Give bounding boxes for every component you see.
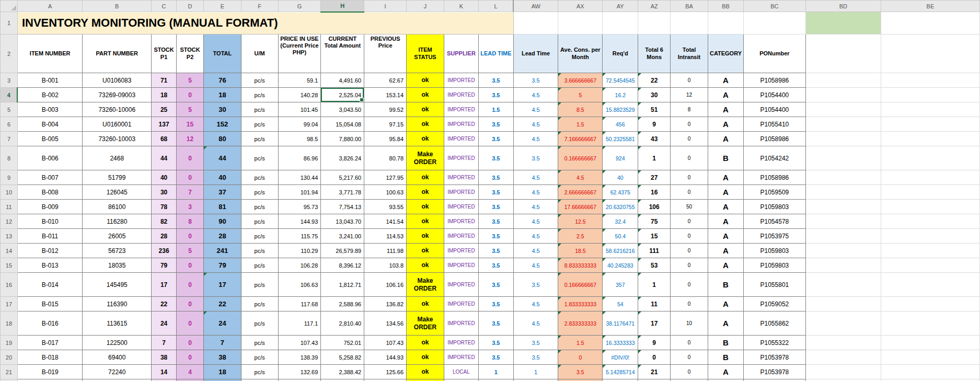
- cell-H10[interactable]: 3,771.78: [321, 185, 364, 200]
- cell-D15[interactable]: 0: [177, 258, 204, 273]
- cell-BB1[interactable]: [708, 12, 743, 34]
- cell-AZ16[interactable]: 1: [638, 273, 671, 297]
- row-header-12[interactable]: 12: [1, 214, 18, 229]
- cell-F16[interactable]: pc/s: [241, 273, 278, 297]
- cell-BB22[interactable]: [708, 379, 743, 381]
- cell-J5[interactable]: ok: [407, 102, 444, 117]
- cell-AY4[interactable]: 16.2: [603, 88, 638, 102]
- col-title-price_in_use[interactable]: PRICE IN USE (Current Price PHP): [278, 34, 321, 73]
- cell-AX13[interactable]: 2.5: [558, 229, 603, 244]
- cell-J21[interactable]: ok: [407, 365, 444, 379]
- cell-D16[interactable]: 0: [177, 273, 204, 297]
- cell-F19[interactable]: pc/s: [241, 336, 278, 350]
- cell-H3[interactable]: 4,491.60: [321, 73, 364, 88]
- cell-H8[interactable]: 3,826.24: [321, 146, 364, 170]
- cell-C7[interactable]: 68: [152, 132, 177, 146]
- cell-AY21[interactable]: 5.14285714: [603, 365, 638, 379]
- cell-A7[interactable]: B-005: [17, 132, 83, 146]
- cell-BD8[interactable]: [805, 146, 881, 170]
- col-header-AW[interactable]: AW: [513, 1, 558, 12]
- cell-BE2[interactable]: [881, 34, 979, 73]
- cell-B22[interactable]: [83, 379, 152, 381]
- cell-BE16[interactable]: [881, 273, 979, 297]
- cell-AZ22[interactable]: [638, 379, 671, 381]
- cell-J19[interactable]: ok: [407, 336, 444, 350]
- cell-C10[interactable]: 30: [152, 185, 177, 200]
- cell-J14[interactable]: ok: [407, 244, 444, 258]
- cell-BD7[interactable]: [805, 132, 881, 146]
- cell-J10[interactable]: ok: [407, 185, 444, 200]
- cell-H18[interactable]: 2,810.40: [321, 311, 364, 336]
- cell-AW19[interactable]: 3.5: [513, 336, 558, 350]
- row-header-16[interactable]: 16: [1, 273, 18, 297]
- col-title-lead_time_aw[interactable]: Lead Time: [513, 34, 558, 73]
- cell-AZ10[interactable]: 16: [638, 185, 671, 200]
- cell-E13[interactable]: 28: [204, 229, 241, 244]
- cell-BB5[interactable]: A: [708, 102, 743, 117]
- cell-BD18[interactable]: [805, 311, 881, 336]
- cell-BB8[interactable]: B: [708, 146, 743, 170]
- cell-AW8[interactable]: 3.5: [513, 146, 558, 170]
- cell-BA12[interactable]: 0: [671, 214, 708, 229]
- cell-B3[interactable]: U0106083: [83, 73, 152, 88]
- cell-AY8[interactable]: 924: [603, 146, 638, 170]
- cell-E19[interactable]: 7: [204, 336, 241, 350]
- col-title-intransit[interactable]: Total Intransit: [671, 34, 708, 73]
- cell-BD16[interactable]: [805, 273, 881, 297]
- col-header-C[interactable]: C: [152, 1, 177, 12]
- cell-C21[interactable]: 14: [152, 365, 177, 379]
- col-header-BE[interactable]: BE: [881, 1, 979, 12]
- row-header-7[interactable]: 7: [1, 132, 18, 146]
- cell-BB14[interactable]: A: [708, 244, 743, 258]
- cell-AY12[interactable]: 32.4: [603, 214, 638, 229]
- col-header-H[interactable]: H: [321, 1, 364, 12]
- cell-F5[interactable]: pc/s: [241, 102, 278, 117]
- cell-AZ5[interactable]: 51: [638, 102, 671, 117]
- cell-J13[interactable]: ok: [407, 229, 444, 244]
- cell-G16[interactable]: 106.63: [278, 273, 321, 297]
- cell-I13[interactable]: 114.53: [364, 229, 407, 244]
- row-header-6[interactable]: 6: [1, 117, 18, 132]
- cell-K8[interactable]: IMPORTED: [444, 146, 478, 170]
- col-title-supplier[interactable]: SUPPLIER: [444, 34, 478, 73]
- cell-B5[interactable]: 73260-10006: [83, 102, 152, 117]
- cell-F12[interactable]: pc/s: [241, 214, 278, 229]
- row-header-21[interactable]: 21: [1, 365, 18, 379]
- row-header-5[interactable]: 5: [1, 102, 18, 117]
- cell-E14[interactable]: 241: [204, 244, 241, 258]
- cell-H20[interactable]: 5,258.82: [321, 350, 364, 365]
- cell-AW18[interactable]: 4.5: [513, 311, 558, 336]
- cell-F17[interactable]: pc/s: [241, 297, 278, 311]
- cell-AY16[interactable]: 357: [603, 273, 638, 297]
- cell-D13[interactable]: 0: [177, 229, 204, 244]
- cell-C18[interactable]: 24: [152, 311, 177, 336]
- cell-BE9[interactable]: [881, 170, 979, 185]
- cell-J7[interactable]: ok: [407, 132, 444, 146]
- cell-AW17[interactable]: 4.5: [513, 297, 558, 311]
- col-title-um[interactable]: U/M: [241, 34, 278, 73]
- cell-G14[interactable]: 110.29: [278, 244, 321, 258]
- cell-AZ18[interactable]: 17: [638, 311, 671, 336]
- cell-BA13[interactable]: 0: [671, 229, 708, 244]
- row-header-1[interactable]: 1: [1, 12, 18, 34]
- col-header-L[interactable]: L: [478, 1, 513, 12]
- cell-BE17[interactable]: [881, 297, 979, 311]
- cell-E10[interactable]: 37: [204, 185, 241, 200]
- col-header-G[interactable]: G: [278, 1, 321, 12]
- cell-B12[interactable]: 116280: [83, 214, 152, 229]
- cell-BB20[interactable]: B: [708, 350, 743, 365]
- cell-D5[interactable]: 5: [177, 102, 204, 117]
- col-title-stock_p1[interactable]: STOCK P1: [152, 34, 177, 73]
- col-header-D[interactable]: D: [177, 1, 204, 12]
- cell-L18[interactable]: 3.5: [478, 311, 513, 336]
- cell-AX14[interactable]: 18.5: [558, 244, 603, 258]
- cell-BE11[interactable]: [881, 200, 979, 214]
- cell-G20[interactable]: 138.39: [278, 350, 321, 365]
- cell-A17[interactable]: B-015: [17, 297, 83, 311]
- cell-AY5[interactable]: 15.8823529: [603, 102, 638, 117]
- cell-AW10[interactable]: 4.5: [513, 185, 558, 200]
- cell-G17[interactable]: 117.68: [278, 297, 321, 311]
- cell-I22[interactable]: [364, 379, 407, 381]
- cell-D7[interactable]: 12: [177, 132, 204, 146]
- cell-B17[interactable]: 116390: [83, 297, 152, 311]
